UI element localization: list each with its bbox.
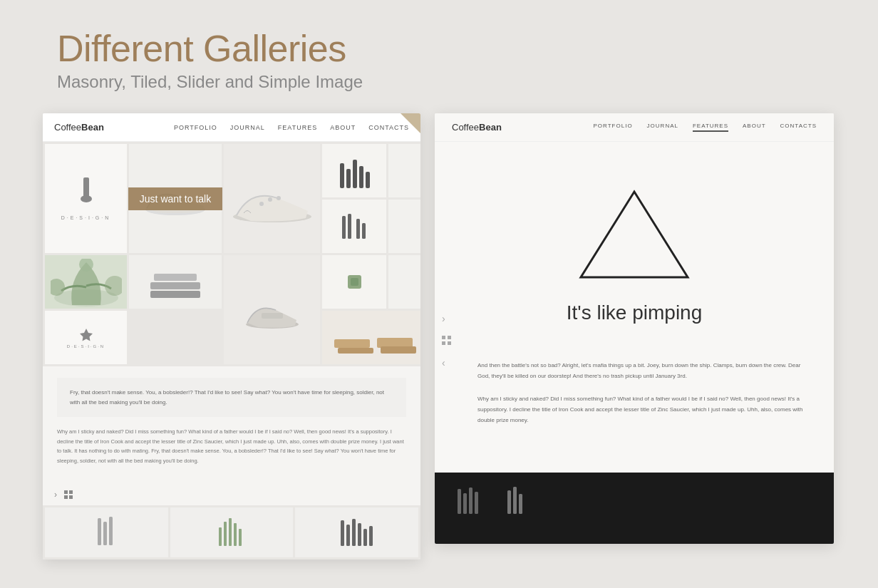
grid-cell-sm2 (388, 200, 420, 253)
feature-area: It's like pimping (435, 142, 834, 360)
svg-rect-34 (98, 518, 101, 545)
nav-journal[interactable]: JOURNAL (230, 124, 265, 131)
right-nav-features[interactable]: FEATURES (693, 123, 728, 132)
thumb-2 (170, 507, 294, 557)
body-paragraph: Why am I sticky and naked? Did I miss so… (57, 427, 406, 465)
svg-rect-49 (463, 493, 467, 514)
page-title: Different Galleries (57, 29, 878, 69)
grid-cell-coasters (129, 255, 222, 309)
svg-rect-45 (358, 523, 361, 546)
svg-rect-37 (219, 527, 222, 546)
svg-rect-47 (369, 526, 373, 546)
left-logo: CoffeeBean (54, 122, 104, 133)
right-nav-contacts[interactable]: CONTACTS (780, 123, 817, 132)
svg-rect-16 (348, 214, 351, 239)
grid-cell-grey-shoes (224, 255, 320, 364)
screenshot-left: CoffeeBean PORTFOLIO JOURNAL FEATURES AB… (43, 113, 420, 559)
right-body-para-1: And then the battle's not so bad? Alrigh… (477, 360, 805, 381)
page-header: Different Galleries Masonry, Tiled, Slid… (0, 0, 878, 113)
svg-rect-12 (353, 160, 357, 188)
grid-cell-logo-2: D·E·S·I·G·N (45, 311, 127, 364)
nav-features[interactable]: FEATURES (278, 124, 317, 131)
side-chevron-icon[interactable]: › (442, 313, 452, 324)
svg-rect-27 (262, 313, 283, 319)
left-site-nav: CoffeeBean PORTFOLIO JOURNAL FEATURES AB… (43, 113, 420, 142)
right-nav-about[interactable]: ABOUT (743, 123, 766, 132)
nav-portfolio[interactable]: PORTFOLIO (174, 124, 217, 131)
screenshot-right: CoffeeBean PORTFOLIO JOURNAL FEATURES AB… (435, 113, 834, 544)
svg-rect-41 (239, 529, 242, 546)
svg-rect-24 (150, 291, 200, 298)
svg-rect-14 (366, 172, 370, 188)
svg-rect-23 (150, 282, 200, 289)
grid-view-icon[interactable] (64, 490, 73, 499)
svg-rect-43 (346, 525, 350, 546)
svg-rect-31 (338, 348, 373, 354)
grid-cell-shoes: Just want to talk (129, 144, 222, 253)
thumb-strip (43, 505, 420, 559)
grid-cell-bottles-2 (322, 200, 386, 253)
left-nav-links: PORTFOLIO JOURNAL FEATURES ABOUT CONTACT… (174, 124, 409, 131)
right-nav-journal[interactable]: JOURNAL (647, 123, 678, 132)
grid-cell-boards (322, 311, 420, 364)
svg-point-9 (277, 196, 281, 200)
side-grid-icon[interactable] (442, 336, 452, 346)
svg-rect-33 (381, 346, 416, 354)
hover-overlay: Just want to talk (128, 187, 222, 210)
corner-decoration (401, 113, 420, 133)
svg-rect-51 (475, 492, 478, 514)
svg-rect-18 (362, 223, 366, 239)
svg-rect-13 (359, 166, 363, 188)
screenshots-container: CoffeeBean PORTFOLIO JOURNAL FEATURES AB… (0, 113, 878, 559)
svg-rect-44 (352, 519, 356, 546)
svg-rect-38 (224, 522, 227, 546)
svg-rect-50 (469, 488, 472, 514)
right-body-para-2: Why am I sticky and naked? Did I miss so… (477, 393, 805, 426)
svg-rect-48 (458, 489, 461, 514)
svg-rect-29 (351, 278, 358, 286)
right-logo: CoffeeBean (452, 122, 502, 133)
right-body-text: And then the battle's not so bad? Alrigh… (435, 360, 834, 451)
left-bottom-nav: › (43, 484, 420, 505)
grid-cell-large-shoes (224, 144, 320, 253)
svg-point-7 (259, 202, 264, 206)
svg-rect-30 (334, 339, 370, 348)
svg-rect-52 (507, 490, 511, 514)
svg-rect-35 (103, 522, 107, 545)
svg-rect-32 (377, 338, 413, 348)
svg-rect-11 (346, 169, 351, 188)
svg-rect-25 (154, 274, 197, 281)
right-nav-portfolio[interactable]: PORTFOLIO (594, 123, 633, 132)
svg-rect-15 (342, 216, 346, 239)
svg-point-1 (81, 195, 92, 202)
right-nav-links: PORTFOLIO JOURNAL FEATURES ABOUT CONTACT… (594, 123, 817, 132)
nav-about[interactable]: ABOUT (330, 124, 356, 131)
left-body-text: Fry, that doesn't make sense. You, a bob… (43, 366, 420, 484)
thumb-1 (45, 507, 168, 557)
grid-cell-logo: D·E·S·I·G·N (45, 144, 127, 253)
svg-rect-54 (519, 494, 522, 514)
black-bottom-area (435, 473, 834, 544)
side-chevron-left-icon[interactable]: ‹ (442, 357, 452, 368)
svg-rect-46 (363, 529, 367, 546)
chevron-right-icon[interactable]: › (54, 490, 57, 500)
svg-rect-17 (356, 219, 360, 239)
svg-rect-40 (234, 523, 237, 546)
page-subtitle: Masonry, Tiled, Slider and Simple Image (57, 72, 878, 92)
masonry-grid: D·E·S·I·G·N Just want to talk (43, 142, 420, 366)
triangle-graphic (577, 185, 691, 284)
quote-box: Fry, that doesn't make sense. You, a bob… (57, 378, 406, 417)
grid-cell-small-obj (322, 255, 386, 309)
svg-rect-42 (341, 520, 344, 546)
feature-title: It's like pimping (567, 301, 703, 324)
svg-rect-10 (340, 163, 344, 188)
side-nav-icons: › ‹ (442, 313, 452, 368)
svg-point-8 (268, 197, 272, 202)
grid-cell-sm3 (388, 255, 420, 309)
grid-cell-plant (45, 255, 127, 309)
right-site-nav: CoffeeBean PORTFOLIO JOURNAL FEATURES AB… (435, 113, 834, 142)
svg-rect-53 (513, 487, 517, 514)
thumb-3 (295, 507, 418, 557)
svg-rect-39 (229, 518, 232, 546)
svg-rect-36 (109, 517, 113, 545)
